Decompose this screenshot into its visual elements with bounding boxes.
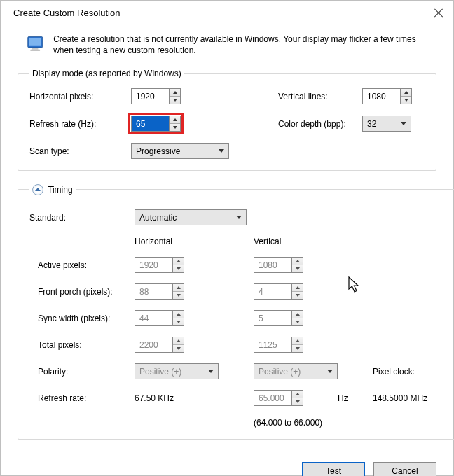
svg-rect-3 — [30, 50, 40, 51]
sync-v-input — [254, 310, 303, 326]
hpixels-input[interactable] — [131, 88, 181, 104]
spin-up-icon[interactable] — [170, 116, 180, 124]
content-area: Create a resolution that is not currentl… — [1, 25, 453, 462]
front-porch-label: Front porch (pixels): — [29, 287, 135, 297]
pixel-clock-value: 148.5000 MHz — [373, 393, 450, 403]
close-icon[interactable] — [434, 8, 443, 18]
polarity-h-select: Positive (+) — [135, 363, 219, 379]
intro-text: Create a resolution that is not currentl… — [53, 34, 429, 56]
spin-down-icon[interactable] — [170, 97, 180, 104]
timing-legend: Timing — [48, 185, 73, 195]
vlines-label: Vertical lines: — [278, 92, 362, 102]
refresh-input[interactable] — [131, 115, 181, 132]
spin-up-icon[interactable] — [170, 89, 180, 97]
refresh-label: Refresh rate (Hz): — [29, 119, 131, 129]
hpixels-value[interactable] — [131, 88, 169, 104]
polarity-label: Polarity: — [29, 367, 135, 377]
vlines-input[interactable] — [362, 88, 412, 104]
scantype-select[interactable]: Progressive — [131, 143, 229, 159]
front-h-input — [135, 284, 184, 300]
timing-refresh-v-unit: Hz — [338, 393, 373, 403]
front-v-input — [254, 284, 303, 300]
col-vertical: Vertical — [254, 237, 338, 246]
sync-h-input — [135, 310, 184, 326]
vlines-value[interactable] — [362, 88, 400, 104]
display-mode-legend: Display mode (as reported by Windows) — [29, 69, 184, 78]
cancel-button[interactable]: Cancel — [373, 462, 436, 476]
colordepth-select[interactable]: 32 — [362, 115, 411, 132]
hpixels-label: Horizontal pixels: — [29, 92, 131, 102]
colordepth-value: 32 — [367, 119, 376, 129]
chevron-down-icon — [236, 216, 242, 219]
refresh-value[interactable] — [131, 115, 169, 132]
display-mode-group: Display mode (as reported by Windows) Ho… — [18, 69, 436, 171]
chevron-up-icon — [35, 188, 41, 191]
pixel-clock-label: Pixel clock: — [373, 367, 450, 377]
test-button[interactable]: Test — [302, 462, 365, 476]
total-h-input — [135, 337, 184, 353]
dialog-window: Create Custom Resolution Create a resolu… — [0, 0, 454, 476]
window-title: Create Custom Resolution — [13, 8, 120, 18]
total-pixels-label: Total pixels: — [29, 340, 135, 350]
chevron-down-icon — [219, 149, 224, 153]
sync-width-label: Sync width (pixels): — [29, 314, 135, 323]
button-row: Test Cancel — [1, 462, 453, 476]
monitor-icon — [27, 34, 45, 55]
active-v-input — [254, 257, 303, 273]
standard-select[interactable]: Automatic — [135, 209, 247, 225]
chevron-down-icon — [327, 370, 333, 373]
svg-rect-1 — [29, 38, 41, 46]
standard-label: Standard: — [29, 213, 135, 223]
scantype-value: Progressive — [136, 146, 180, 156]
colordepth-label: Color depth (bpp): — [278, 119, 362, 129]
collapse-toggle[interactable] — [32, 184, 43, 195]
col-horizontal: Horizontal — [135, 237, 219, 246]
timing-refresh-label: Refresh rate: — [29, 393, 135, 403]
chevron-down-icon — [208, 370, 214, 373]
standard-value: Automatic — [139, 213, 177, 223]
timing-group: Timing Standard: Automatic Horizontal Ve… — [18, 183, 454, 440]
svg-rect-2 — [32, 48, 38, 50]
scantype-label: Scan type: — [29, 146, 131, 156]
spin-down-icon[interactable] — [170, 124, 180, 131]
spin-up-icon[interactable] — [401, 89, 411, 97]
titlebar: Create Custom Resolution — [1, 1, 453, 25]
total-v-input — [254, 337, 303, 353]
chevron-down-icon — [401, 122, 406, 125]
polarity-v-select: Positive (+) — [254, 363, 338, 379]
timing-refresh-v-input — [254, 390, 303, 406]
spin-down-icon[interactable] — [401, 97, 411, 104]
timing-refresh-h: 67.50 KHz — [135, 393, 219, 403]
active-h-input — [135, 257, 184, 273]
intro-row: Create a resolution that is not currentl… — [27, 34, 429, 56]
refresh-range: (64.000 to 66.000) — [254, 416, 373, 428]
active-pixels-label: Active pixels: — [29, 260, 135, 270]
